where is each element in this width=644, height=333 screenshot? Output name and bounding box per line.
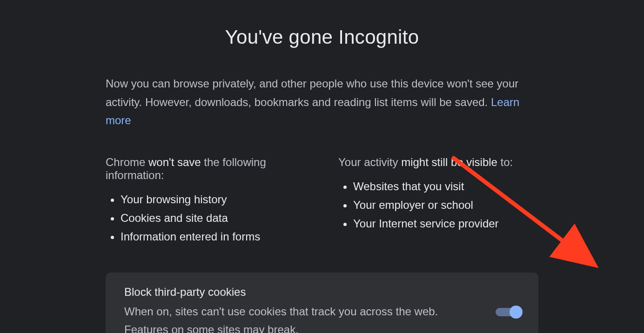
visible-to-list: Websites that you visit Your employer or… xyxy=(338,177,538,233)
block-cookies-card: Block third-party cookies When on, sites… xyxy=(106,273,538,333)
list-item: Your employer or school xyxy=(353,196,538,214)
heading-text: Your activity xyxy=(338,156,401,168)
list-item: Websites that you visit xyxy=(353,177,538,196)
toggle-thumb xyxy=(510,306,523,319)
heading-text: Chrome xyxy=(106,156,148,168)
info-columns: Chrome won't save the following informat… xyxy=(106,156,538,246)
intro-text: Now you can browse privately, and other … xyxy=(106,77,518,108)
incognito-new-tab-content: You've gone Incognito Now you can browse… xyxy=(43,26,601,333)
card-title: Block third-party cookies xyxy=(124,286,477,299)
card-text: Block third-party cookies When on, sites… xyxy=(124,286,477,333)
list-item: Information entered in forms xyxy=(121,227,306,246)
heading-strong: might still be visible xyxy=(401,156,497,168)
block-cookies-toggle[interactable] xyxy=(496,307,520,317)
list-item: Your browsing history xyxy=(121,190,306,209)
wont-save-column: Chrome won't save the following informat… xyxy=(106,156,306,246)
visible-to-column: Your activity might still be visible to:… xyxy=(338,156,538,246)
page-title: You've gone Incognito xyxy=(106,26,538,48)
heading-strong: won't save xyxy=(148,156,201,168)
visible-to-heading: Your activity might still be visible to: xyxy=(338,156,538,169)
heading-text: to: xyxy=(497,156,513,168)
wont-save-heading: Chrome won't save the following informat… xyxy=(106,156,306,182)
list-item: Your Internet service provider xyxy=(353,214,538,233)
list-item: Cookies and site data xyxy=(121,209,306,227)
card-desc: When on, sites can't use cookies that tr… xyxy=(124,302,477,333)
intro-paragraph: Now you can browse privately, and other … xyxy=(106,74,538,130)
wont-save-list: Your browsing history Cookies and site d… xyxy=(106,190,306,246)
